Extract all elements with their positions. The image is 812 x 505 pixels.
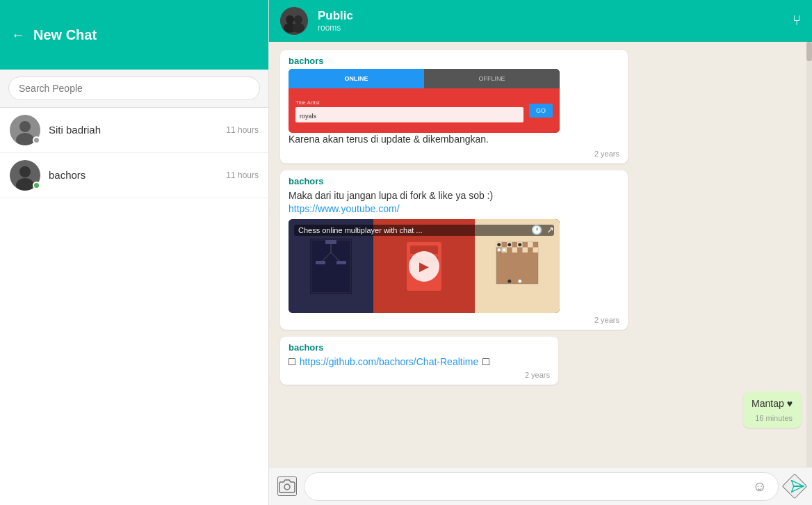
emoji-button[interactable]: ☺ [753,479,767,495]
message-bubble: bachors ONLINE OFFLINE Title Artist roya… [280,50,628,163]
text-input-wrapper: ☺ [304,472,779,501]
sent-message-wrapper: Mantap ♥ 16 minutes [280,392,801,428]
svg-rect-34 [533,247,539,252]
chat-area: Public rooms ⑂ bachors ONLINE OFFLINE [269,0,812,505]
tab-online: ONLINE [289,69,424,88]
sent-message-bubble: Mantap ♥ 16 minutes [743,392,801,428]
link-suffix-icon: □ [482,355,489,368]
contact-info: Siti badriah [49,124,218,136]
svg-point-38 [497,248,501,251]
mockup-label: Title Artist [295,99,523,106]
svg-point-7 [286,15,294,24]
message-group: bachors ONLINE OFFLINE Title Artist roya… [280,50,801,163]
contact-name: bachors [49,169,86,181]
contact-list: Siti badriah 11 hours [0,108,268,505]
header-avatar [280,7,308,35]
chat-input-area: ☺ [269,467,812,505]
contact-time: 11 hours [226,125,259,135]
send-button[interactable] [782,474,808,499]
svg-point-41 [518,279,521,282]
message-text: Karena akan terus di update & dikembangk… [289,133,619,147]
message-time: 2 years [289,150,619,158]
github-link[interactable]: https://github.com/bachors/Chat-Realtime [300,356,479,367]
chat-subtitle: rooms [318,23,783,33]
link-prefix-icon: □ [289,355,295,368]
search-input[interactable] [8,77,260,100]
sent-message-time: 16 minutes [752,414,793,422]
message-text: Maka dari itu jangan lupa di fork & like… [289,189,619,203]
sidebar-header: ← New Chat [0,0,268,70]
svg-rect-30 [528,242,533,248]
svg-point-37 [518,243,521,246]
svg-point-36 [508,243,511,246]
svg-point-10 [292,23,304,33]
svg-point-39 [503,248,506,251]
video-title: Chess online multiplayer with chat ... [294,225,554,236]
svg-point-40 [508,279,511,282]
status-dot-online [33,182,40,189]
contact-item[interactable]: bachors 11 hours [0,153,268,198]
message-image-preview: ONLINE OFFLINE Title Artist royals GO [289,69,560,133]
svg-rect-33 [523,247,528,252]
sidebar: ← New Chat S [0,0,269,505]
sent-message-text: Mantap ♥ [752,397,793,411]
svg-rect-32 [512,247,518,252]
mockup-input-value: royals [300,113,316,120]
message-sender: bachors [289,176,619,186]
avatar-wrapper [10,160,40,191]
svg-point-4 [19,166,31,177]
contact-item[interactable]: Siti badriah 11 hours [0,108,268,153]
svg-rect-17 [316,261,325,264]
tab-offline: OFFLINE [424,69,560,88]
message-bubble: bachors □ https://github.com/bachors/Cha… [280,337,558,385]
github-link-container: □ https://github.com/bachors/Chat-Realti… [289,355,550,368]
status-dot-offline [33,136,40,144]
chat-header: Public rooms ⑂ [269,0,812,42]
avatar-wrapper [10,115,40,145]
svg-point-1 [19,121,31,132]
back-button[interactable]: ← [11,27,25,43]
video-action-icons: 🕐 ↗ [531,225,554,235]
video-thumbnail[interactable]: ▶ Chess online multiplayer with chat ...… [289,219,560,313]
contact-info: bachors [49,169,218,182]
message-group: bachors □ https://github.com/bachors/Cha… [280,337,801,385]
scrollbar-thumb[interactable] [806,42,812,61]
svg-rect-16 [325,240,336,244]
message-time: 2 years [289,316,619,324]
share-icon: ↗ [546,225,554,235]
camera-button[interactable] [277,476,297,496]
message-sender: bachors [289,342,550,353]
svg-point-42 [284,484,290,490]
contact-name: Siti badriah [49,124,101,136]
message-input[interactable] [316,481,753,492]
mockup-go-button[interactable]: GO [529,104,553,118]
message-group: bachors Maka dari itu jangan lupa di for… [280,170,801,330]
header-info: Public rooms [318,9,783,33]
branch-icon[interactable]: ⑂ [793,13,801,29]
message-bubble: bachors Maka dari itu jangan lupa di for… [280,170,628,330]
contact-time: 11 hours [226,170,259,180]
play-button[interactable]: ▶ [409,251,439,282]
sidebar-title: New Chat [33,27,97,43]
scrollbar-track[interactable] [806,42,812,467]
chat-messages[interactable]: bachors ONLINE OFFLINE Title Artist roya… [269,42,812,467]
svg-point-9 [294,15,302,24]
chat-title: Public [318,9,783,23]
svg-rect-18 [336,261,346,264]
svg-point-35 [497,243,501,246]
search-bar-container [0,70,268,108]
message-link[interactable]: https://www.youtube.com/ [289,203,400,214]
clock-icon: 🕐 [531,225,542,235]
message-sender: bachors [289,56,619,66]
message-time: 2 years [289,371,550,379]
svg-line-43 [794,481,804,491]
